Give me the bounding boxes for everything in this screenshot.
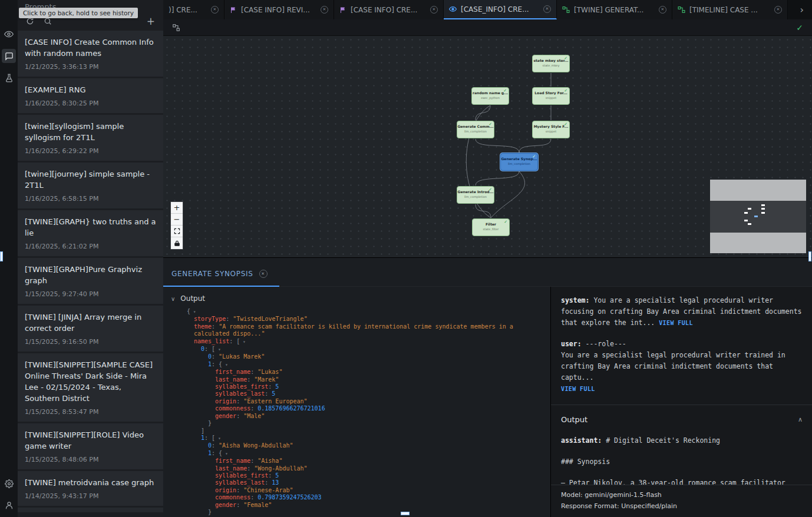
prompt-list-item[interactable]: [twine][journey] simple sample - 2T1L1/1… [18, 163, 163, 208]
flow-node-1[interactable]: state mkey stor...state_mkey✓ [532, 55, 570, 72]
flow-node-5[interactable]: Mystery Style F...snippet✓ [532, 121, 570, 138]
user-message: user: ---role---You are a specialist leg… [561, 339, 803, 395]
tab-close-icon[interactable]: ✕ [321, 6, 328, 14]
prompt-list-item[interactable]: [PYTHON] Yaml to JSON [18, 508, 163, 512]
resize-handle-bottom[interactable] [401, 512, 410, 515]
flask-icon[interactable] [2, 71, 16, 85]
lock-icon[interactable] [171, 237, 183, 249]
prompt-timestamp: 1/16/2025, 8:30:25 PM [25, 100, 156, 107]
zoom-out-button[interactable]: − [171, 214, 183, 226]
tab-close-icon[interactable]: ✕ [774, 6, 782, 14]
minimap-node-dot [744, 212, 748, 214]
prompt-list-item[interactable]: [EXAMPLE] RNG1/16/2025, 8:30:25 PM [18, 78, 163, 113]
json-token: ▾ [215, 347, 221, 352]
fit-view-button[interactable] [171, 226, 183, 237]
prompt-list-item[interactable]: [TWINE] [JINJA] Array merge in correct o… [18, 306, 163, 352]
tab-4[interactable]: [CASE_INFO] CRE...✕ [444, 0, 557, 19]
json-token: ▾ [222, 362, 228, 367]
prompt-list-item[interactable]: [TWINE] metroidvania case graph1/14/2025… [18, 471, 163, 506]
account-icon[interactable] [2, 498, 16, 512]
json-tree: { ▾storyType: "TwistedLoveTriangle"theme… [187, 308, 550, 516]
prompt-list-item[interactable]: [TWINE][GRAPH} two truths and a lie1/16/… [18, 210, 163, 256]
prompt-timestamp: 1/15/2025, 9:16:50 PM [25, 338, 156, 346]
json-token: gender [215, 502, 236, 508]
eye-icon [449, 5, 457, 13]
json-token: 0.7987359247526203 [258, 494, 321, 501]
panel-tab-generate-synopsis[interactable]: GENERATE SYNOPSIS ✕ [163, 270, 279, 287]
json-token: first_name [215, 369, 250, 375]
tab-3[interactable]: [CASE INFO] CRE...✕ [334, 0, 444, 19]
prompt-timestamp: 1/15/2025, 8:53:47 PM [25, 408, 156, 416]
flow-node-6[interactable]: Generate Synop...llm_completion✓ [500, 153, 538, 171]
json-token: : [212, 353, 219, 360]
tabs-overflow-chevron-icon[interactable]: › [792, 4, 812, 15]
minimap-node-dot [761, 208, 765, 210]
json-line: origin: "Chinese-Arab" [187, 487, 550, 494]
format-line: Response Format: Unspecified/plain [561, 501, 803, 512]
tab-close-icon[interactable]: ✕ [543, 5, 551, 13]
zoom-in-button[interactable]: + [171, 202, 183, 214]
flow-node-2[interactable]: random name g...exec_python✓ [471, 87, 509, 105]
prompt-list-item[interactable]: [CASE INFO] Create Common Info with rand… [18, 31, 163, 77]
tabs: )] CRE...✕[CASE INFO] REVI...✕[CASE INFO… [163, 0, 788, 19]
view-full-link[interactable]: VIEW FULL [561, 386, 595, 392]
node-subtitle: state_filter [473, 227, 509, 231]
search-icon[interactable] [44, 17, 52, 25]
json-line: syllables_last: 13 [187, 479, 550, 486]
prompt-timestamp: 1/16/2025, 6:58:15 PM [25, 195, 156, 203]
json-token: 5 [275, 383, 279, 390]
flow-edge [476, 139, 519, 153]
minimap-node-dot [754, 216, 758, 217]
json-token: syllables_first [215, 383, 268, 390]
settings-gear-icon[interactable] [2, 476, 16, 491]
json-token: commonness [215, 494, 250, 501]
prompt-list-item[interactable]: [TWINE][SNIPPET][ROLE] Video game writer… [18, 423, 163, 469]
prompt-list-item[interactable]: [TWINE][SNIPPET][SAMPLE CASE] Online Thr… [18, 353, 163, 422]
json-token: "Aisha Wong-Abdullah" [219, 442, 293, 449]
node-subtitle: snippet [533, 130, 569, 133]
tab-5[interactable]: [TWINE] GENERAT...✕ [557, 0, 672, 19]
json-token: : { [212, 361, 222, 367]
flow-edge [476, 204, 491, 218]
resize-handle-right[interactable] [808, 251, 811, 261]
tab-close-icon[interactable]: ✕ [430, 6, 438, 14]
tab-close-icon[interactable]: ✕ [659, 6, 666, 14]
json-line: 0: "Aisha Wong-Abdullah" [187, 442, 550, 449]
flow-node-7[interactable]: Generate Introd...llm_completion✓ [457, 186, 494, 204]
prompt-timestamp: 1/15/2025, 9:27:40 PM [25, 290, 156, 298]
add-prompt-button[interactable]: + [147, 17, 155, 25]
tab-2[interactable]: [CASE INFO] REVI...✕ [225, 0, 334, 19]
chevron-up-icon[interactable]: ∧ [798, 414, 803, 425]
flow-node-8[interactable]: Filterstate_filter✓ [472, 218, 510, 236]
layout-icon[interactable] [172, 24, 180, 32]
flag-icon [339, 6, 346, 14]
flow-node-4[interactable]: Generate Comm...llm_completion✓ [457, 121, 494, 138]
json-token: : [268, 383, 275, 390]
flow-node-3[interactable]: Load Story For...snippet✓ [532, 87, 570, 105]
eye-icon[interactable] [2, 27, 16, 41]
prompt-timestamp: 1/16/2025, 6:21:02 PM [25, 243, 156, 250]
assistant-role: assistant: [561, 436, 602, 445]
resize-handle-left[interactable] [0, 251, 3, 261]
minimap[interactable] [710, 180, 806, 253]
flow-canvas[interactable]: + − state mkey stor...state_mkey✓random … [163, 36, 812, 257]
prompt-title: [TWINE][SNIPPET][SAMPLE CASE] Online Thr… [25, 359, 156, 404]
json-token: : [226, 316, 233, 322]
prompt-list-item[interactable]: [twine][syllogism] sample syllogism for … [18, 115, 163, 161]
prompts-icon[interactable] [2, 49, 16, 63]
view-full-link[interactable]: VIEW FULL [659, 320, 693, 326]
node-subtitle: llm_completion [501, 162, 537, 165]
prompt-list-item[interactable]: [TWINE][GRAPH]Pure Graphviz graph1/15/20… [18, 258, 163, 304]
json-token: origin [215, 398, 236, 405]
json-token: commonness [215, 405, 250, 412]
prompt-title: [TWINE][GRAPH]Pure Graphviz graph [25, 264, 156, 286]
prompt-title: [TWINE][SNIPPET][ROLE] Video game writer [25, 429, 156, 452]
json-token: : [236, 398, 243, 405]
tab-close-icon[interactable]: ✕ [211, 6, 219, 14]
json-token: } [208, 420, 212, 426]
panel-tab-close-icon[interactable]: ✕ [259, 270, 268, 278]
refresh-icon[interactable] [26, 17, 34, 25]
tab-1[interactable]: )] CRE...✕ [163, 0, 225, 19]
output-collapse-row[interactable]: ∨ Output [171, 294, 550, 303]
tab-6[interactable]: [TIMELINE] CASE ...✕ [672, 0, 788, 19]
